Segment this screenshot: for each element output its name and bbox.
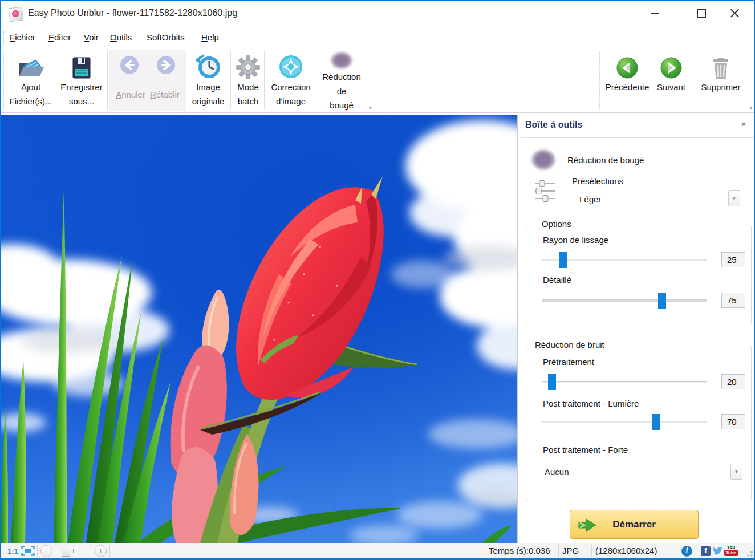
save-as-button[interactable]: Enregistrer sous... (56, 51, 107, 108)
post-light-slider[interactable] (542, 421, 707, 423)
post-strong-label: Post traitement - Forte (543, 445, 628, 455)
presets-dropdown-button[interactable]: ▾ (728, 190, 740, 206)
delete-button[interactable]: Supprimer (694, 51, 748, 94)
photo-canvas[interactable] (1, 115, 517, 543)
zoom-slider-thumb[interactable] (62, 545, 70, 557)
options-title: Options (539, 219, 574, 229)
shake-label-3: bougé (314, 98, 369, 112)
undo-arrow-icon (119, 55, 140, 75)
slider-thumb[interactable] (559, 252, 567, 268)
statusbar-separator (485, 545, 485, 557)
zoom-in-button[interactable]: + (95, 545, 107, 557)
undo-redo-group: Annuler Rétablir (109, 50, 186, 111)
detailed-slider[interactable] (542, 299, 707, 302)
shake-label-1: Réduction (314, 70, 369, 84)
trash-icon (694, 51, 748, 79)
redo-label[interactable]: Rétablir (150, 90, 180, 99)
menu-help[interactable]: Help (198, 28, 222, 48)
previous-button[interactable]: Précédente (603, 51, 652, 94)
save-as-label-1: Enregistrer (56, 80, 107, 94)
detailed-value[interactable]: 75 (721, 293, 745, 308)
fit-to-window-button[interactable] (21, 546, 35, 558)
presets-value[interactable]: Léger (579, 194, 601, 204)
smoothing-radius-slider[interactable] (542, 259, 707, 261)
start-button[interactable]: Démarrer (570, 510, 699, 539)
zoom-slider-track[interactable] (54, 551, 96, 551)
menu-fichier[interactable]: Fichier (6, 28, 39, 48)
toolbar-separator (107, 51, 108, 109)
post-strong-value[interactable]: Aucun (545, 467, 569, 477)
toolbar-grip[interactable] (3, 52, 4, 109)
add-files-button[interactable]: Ajout Fichier(s)... (6, 51, 55, 108)
shake-label-2: de (314, 84, 369, 98)
minimize-button[interactable] (642, 1, 668, 26)
app-icon (9, 7, 23, 22)
maximize-icon (697, 9, 706, 18)
pretreatment-slider[interactable] (542, 381, 707, 383)
presets-label: Présélections (572, 176, 623, 186)
menubar-grip[interactable] (3, 31, 4, 45)
facebook-icon[interactable]: f (701, 546, 711, 556)
statusbar-separator (109, 545, 110, 557)
statusbar-separator (697, 545, 697, 557)
post-light-value[interactable]: 70 (721, 414, 745, 429)
undo-button[interactable] (119, 55, 140, 77)
panel-divider (521, 137, 755, 138)
toolbar-overflow-icon[interactable]: ▾ (748, 105, 754, 110)
batch-mode-button[interactable]: Mode batch (232, 51, 264, 108)
previous-label: Précédente (603, 80, 652, 94)
slider-thumb[interactable] (548, 374, 556, 390)
toolbar-overflow-icon[interactable]: ▾ (367, 105, 373, 110)
pretreatment-value[interactable]: 20 (721, 374, 745, 389)
zoom-out-button[interactable]: − (40, 545, 52, 557)
delete-label: Supprimer (694, 80, 748, 94)
next-button[interactable]: Suivant (652, 51, 691, 94)
batch-label-1: Mode (232, 80, 264, 94)
menu-voir[interactable]: Voir (80, 28, 102, 48)
toolbox-panel: Boîte à outils × Réduction de bougé Prés… (517, 115, 755, 543)
toolbar-separator (230, 51, 231, 109)
zoom-ratio-button[interactable]: 1:1 (7, 547, 18, 555)
minimize-icon (651, 13, 659, 14)
toolbar: Ajout Fichier(s)... Enregistrer sous... (1, 48, 754, 113)
batch-label-2: batch (232, 94, 264, 108)
noise-reduction-groupbox: Réduction de bruit Prétraitement 20 Post… (526, 346, 752, 500)
menu-outils[interactable]: Outils (107, 28, 135, 48)
statusbar-separator (37, 545, 38, 557)
info-icon[interactable]: i (681, 546, 692, 557)
toolbar-grip-right[interactable] (599, 52, 600, 109)
close-button[interactable] (721, 1, 748, 26)
image-correction-button[interactable]: Correction d'image (266, 51, 316, 108)
slider-thumb[interactable] (658, 293, 666, 309)
slider-thumb[interactable] (652, 414, 660, 430)
post-strong-dropdown-button[interactable]: ▾ (730, 464, 742, 480)
app-window: Easy Photo Unblur - flower-1171582-1280x… (0, 0, 755, 560)
starburst-icon (266, 51, 316, 79)
noise-reduction-title: Réduction de bruit (532, 340, 607, 350)
title-bar: Easy Photo Unblur - flower-1171582-1280x… (1, 1, 754, 28)
twitter-icon[interactable] (713, 547, 722, 557)
original-image-button[interactable]: Image originale (188, 51, 229, 108)
original-label-1: Image (188, 80, 229, 94)
shake-reduction-button[interactable]: Réduction de bougé (314, 50, 369, 112)
redo-button[interactable] (156, 55, 176, 77)
options-groupbox: Options Rayon de lissage 25 Détaillé 75 (526, 225, 752, 324)
resize-grip[interactable] (746, 550, 753, 557)
undo-label[interactable]: Annuler (116, 90, 145, 99)
start-label: Démarrer (612, 519, 656, 530)
save-as-label-2: sous... (56, 94, 107, 108)
youtube-icon[interactable]: You Tube (724, 545, 738, 556)
gear-icon (232, 51, 264, 79)
smoothing-radius-value[interactable]: 25 (721, 252, 745, 267)
maximize-button[interactable] (688, 1, 715, 26)
zoom-slider-tick (73, 549, 74, 553)
next-label: Suivant (652, 80, 691, 94)
menu-editer[interactable]: Editer (45, 28, 74, 48)
panel-close-icon[interactable]: × (738, 119, 749, 129)
previous-arrow-icon (603, 51, 652, 79)
file-format: JPG (562, 546, 579, 555)
open-folder-icon (6, 51, 55, 79)
pretreatment-label: Prétraitement (543, 357, 594, 367)
menu-softorbits[interactable]: SoftOrbits (143, 28, 188, 48)
status-bar: 1:1 − + Temps (s):0.036 JPG (1280x1060x2… (1, 543, 755, 560)
